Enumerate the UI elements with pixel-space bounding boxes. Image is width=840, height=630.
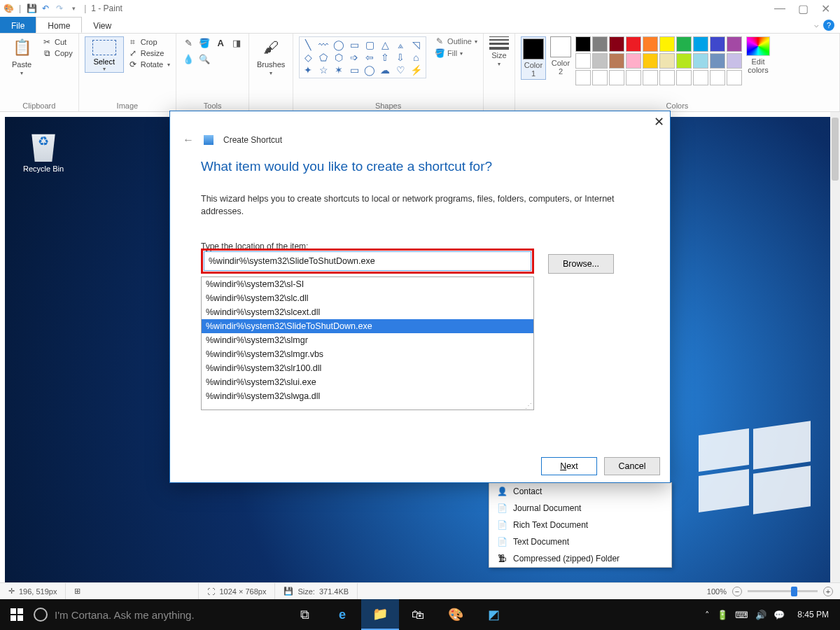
- palette-swatch-empty[interactable]: [626, 70, 641, 85]
- save-icon[interactable]: 💾: [26, 3, 37, 14]
- palette-swatch[interactable]: [676, 36, 692, 52]
- shape-star5-icon[interactable]: ☆: [316, 64, 330, 76]
- shape-pentagon-icon[interactable]: ⬠: [316, 51, 330, 64]
- palette-swatch-empty[interactable]: [727, 70, 742, 85]
- zoom-out-icon[interactable]: −: [732, 587, 742, 596]
- shape-arrow-left-icon[interactable]: ⇦: [363, 51, 377, 64]
- palette-swatch-empty[interactable]: [710, 70, 725, 85]
- shape-arrow-right-icon[interactable]: ➩: [347, 51, 361, 64]
- vertical-scrollbar[interactable]: [830, 112, 840, 582]
- palette-swatch-empty[interactable]: [575, 70, 591, 85]
- cut-button[interactable]: ✂Cut: [42, 36, 73, 48]
- text-tool-icon[interactable]: A: [214, 36, 227, 49]
- back-icon[interactable]: ←: [183, 134, 194, 146]
- palette-swatch[interactable]: [609, 36, 624, 52]
- palette-swatch[interactable]: [643, 53, 658, 69]
- shape-roundrect-icon[interactable]: ▢: [363, 38, 377, 51]
- keyboard-icon[interactable]: ⌨: [735, 610, 748, 620]
- autocomplete-item[interactable]: %windir%\system32\slc.dll: [202, 291, 533, 305]
- taskbar-explorer[interactable]: 📁: [361, 599, 399, 630]
- palette-swatch[interactable]: [676, 53, 692, 69]
- palette-swatch[interactable]: [727, 36, 742, 52]
- shape-right-triangle-icon[interactable]: ◹: [409, 38, 423, 51]
- shape-callout-cloud-icon[interactable]: ☁: [378, 64, 392, 76]
- autocomplete-item[interactable]: %windir%\system32\sl-SI: [202, 277, 533, 291]
- palette-swatch-empty[interactable]: [609, 70, 624, 85]
- ctx-zip[interactable]: 🗜Compressed (zipped) Folder: [489, 550, 671, 567]
- battery-icon[interactable]: 🔋: [717, 610, 728, 620]
- palette-swatch-empty[interactable]: [693, 70, 708, 85]
- cancel-button[interactable]: Cancel: [604, 457, 660, 475]
- taskbar-paint[interactable]: 🎨: [437, 599, 475, 630]
- palette-swatch-empty[interactable]: [592, 70, 608, 85]
- shape-arrow-down-icon[interactable]: ⇩: [393, 51, 407, 64]
- minimize-ribbon-icon[interactable]: ⌵: [814, 20, 819, 29]
- zoom-in-icon[interactable]: +: [823, 587, 833, 596]
- size-button[interactable]: Size ▾: [489, 36, 509, 67]
- autocomplete-item[interactable]: %windir%\system32\slr100.dll: [202, 361, 533, 375]
- shape-rect-icon[interactable]: ▭: [347, 38, 361, 51]
- palette-swatch[interactable]: [693, 36, 708, 52]
- shape-star6-icon[interactable]: ✶: [332, 64, 346, 76]
- cortana-search[interactable]: I'm Cortana. Ask me anything.: [34, 608, 286, 622]
- brushes-button[interactable]: 🖌 Brushes ▾: [255, 36, 287, 76]
- ctx-txt[interactable]: 📄Text Document: [489, 533, 671, 550]
- help-icon[interactable]: ?: [823, 20, 834, 31]
- shape-callout-rect-icon[interactable]: ▭: [347, 64, 361, 76]
- zoom-slider[interactable]: [748, 590, 818, 592]
- crop-button[interactable]: ⌗Crop: [128, 36, 170, 48]
- close-icon[interactable]: ✕: [821, 2, 830, 15]
- shape-curve-icon[interactable]: 〰: [316, 38, 330, 51]
- ctx-rtf[interactable]: 📄Rich Text Document: [489, 517, 671, 533]
- picker-tool-icon[interactable]: 💧: [182, 52, 195, 65]
- undo-icon[interactable]: ↶: [40, 3, 51, 14]
- ctx-journal[interactable]: 📄Journal Document: [489, 500, 671, 517]
- palette-swatch[interactable]: [592, 53, 608, 69]
- palette-swatch[interactable]: [643, 36, 658, 52]
- shape-callout-oval-icon[interactable]: ◯: [363, 64, 377, 76]
- tray-chevron-icon[interactable]: ˄: [705, 610, 710, 620]
- palette-swatch[interactable]: [575, 53, 591, 69]
- shape-hexagon-icon[interactable]: ⬡: [332, 51, 346, 64]
- taskbar-clock[interactable]: 8:45 PM: [792, 610, 834, 620]
- taskbar-store[interactable]: 🛍: [399, 599, 437, 630]
- shape-arrow-up-icon[interactable]: ⇧: [378, 51, 392, 64]
- color2-button[interactable]: Color 2: [550, 36, 571, 76]
- rotate-button[interactable]: ⟳Rotate▾: [128, 59, 170, 70]
- magnifier-tool-icon[interactable]: 🔍: [198, 52, 211, 65]
- shape-heart-icon[interactable]: ♡: [393, 64, 407, 76]
- shape-line-icon[interactable]: ╲: [301, 38, 315, 51]
- recycle-bin[interactable]: ♻ Recycle Bin: [19, 128, 68, 173]
- autocomplete-item[interactable]: %windir%\system32\slmgr: [202, 333, 533, 347]
- palette-swatch[interactable]: [659, 53, 675, 69]
- palette-swatch[interactable]: [626, 36, 641, 52]
- autocomplete-item[interactable]: %windir%\system32\SlideToShutDown.exe: [202, 319, 533, 333]
- color1-button[interactable]: Color 1: [521, 36, 546, 80]
- edit-colors-button[interactable]: Edit colors: [746, 36, 770, 74]
- location-input[interactable]: [204, 251, 531, 271]
- dialog-close-icon[interactable]: ✕: [654, 114, 664, 130]
- scrollbar-thumb[interactable]: [832, 118, 839, 181]
- palette-swatch[interactable]: [659, 36, 675, 52]
- pencil-tool-icon[interactable]: ✎: [182, 36, 195, 49]
- shape-fill-button[interactable]: 🪣Fill▾: [435, 48, 477, 58]
- resize-button[interactable]: ⤢Resize: [128, 48, 170, 59]
- browse-button[interactable]: Browse...: [548, 254, 614, 274]
- redo-icon[interactable]: ↷: [54, 3, 65, 14]
- eraser-tool-icon[interactable]: ◨: [230, 36, 243, 49]
- palette-swatch-empty[interactable]: [676, 70, 692, 85]
- shape-diamond-icon[interactable]: ◇: [301, 51, 315, 64]
- volume-icon[interactable]: 🔊: [755, 610, 766, 620]
- autocomplete-item[interactable]: %windir%\system32\slcext.dll: [202, 305, 533, 319]
- ctx-contact[interactable]: 👤Contact: [489, 483, 671, 500]
- shape-outline-button[interactable]: ✎Outline▾: [435, 36, 477, 46]
- shape-polygon-icon[interactable]: ⟁: [393, 38, 407, 51]
- autocomplete-item[interactable]: %windir%\system32\slmgr.vbs: [202, 347, 533, 361]
- taskbar-edge[interactable]: e: [323, 599, 361, 630]
- palette-swatch[interactable]: [609, 53, 624, 69]
- customize-qat-icon[interactable]: ▾: [68, 3, 79, 14]
- autocomplete-item[interactable]: %windir%\system32\slwga.dll: [202, 389, 533, 403]
- shape-home-icon[interactable]: ⌂: [409, 51, 423, 64]
- autocomplete-item[interactable]: %windir%\system32\slui.exe: [202, 375, 533, 389]
- next-button[interactable]: Next: [541, 457, 597, 475]
